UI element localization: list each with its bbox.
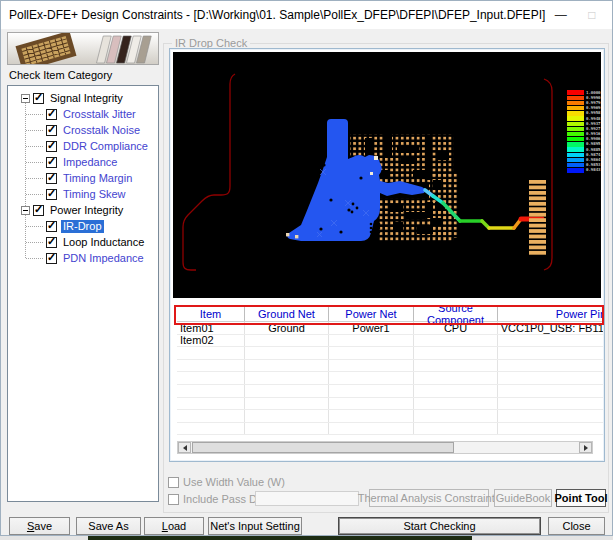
header-cell-ground-net[interactable]: Ground Net xyxy=(245,307,329,321)
color-scale-legend: 1.0000 0.9990 0.9979 xyxy=(567,90,600,173)
tree-collapse-icon[interactable] xyxy=(21,94,30,103)
legend-swatch xyxy=(567,106,584,110)
use-width-checkbox[interactable] xyxy=(168,477,179,488)
tree-item[interactable]: Timing Skew xyxy=(8,186,158,202)
tree-checkbox[interactable] xyxy=(33,205,44,216)
point-tool-button[interactable]: Point Tool xyxy=(556,489,606,507)
header-cell-source-component[interactable]: Source Component xyxy=(414,307,498,321)
tree-checkbox[interactable] xyxy=(46,253,57,264)
scroll-thumb[interactable] xyxy=(192,442,454,453)
legend-swatch xyxy=(567,137,584,141)
legend-value: 0.9958 xyxy=(586,111,600,115)
cell-power-net xyxy=(329,335,414,347)
tree-item-label: DDR Compliance xyxy=(61,140,150,153)
ir-drop-check-group: IR Drop Check xyxy=(163,43,609,513)
table-row[interactable]: Item01 Ground Power1 CPU VCC1P0_USB: FB1… xyxy=(177,322,603,335)
legend-row: 0.9843 xyxy=(567,168,600,173)
banner-image xyxy=(7,32,159,65)
table-row-empty xyxy=(177,423,603,436)
tree-item[interactable]: Crosstalk Jitter xyxy=(8,106,158,122)
tree-item[interactable]: Crosstalk Noise xyxy=(8,122,158,138)
tree-collapse-icon[interactable] xyxy=(21,206,30,215)
check-item-tree: Signal Integrity Crosstalk Jitter Crosst… xyxy=(7,85,159,502)
tree-item[interactable]: Impedance xyxy=(8,154,158,170)
tree-checkbox[interactable] xyxy=(46,221,57,232)
table-row-empty xyxy=(177,347,603,360)
cell-power-pin xyxy=(498,335,603,347)
minimize-button[interactable]: — xyxy=(545,1,576,29)
legend-swatch xyxy=(567,153,584,157)
tree-item[interactable]: PDN Impedance xyxy=(8,250,158,266)
tree-item-label: IR-Drop xyxy=(61,220,104,233)
cell-ground-net: Ground xyxy=(245,322,329,334)
legend-swatch xyxy=(567,147,584,151)
legend-value: 0.9895 xyxy=(586,142,600,146)
thermal-analysis-button[interactable]: Thermal Analysis Constraints xyxy=(369,489,489,507)
legend-swatch xyxy=(567,158,584,162)
tree-checkbox[interactable] xyxy=(46,125,57,136)
tree-item[interactable]: Power Integrity xyxy=(8,202,158,218)
horizontal-scrollbar[interactable] xyxy=(177,441,593,454)
tree-item-label: Timing Margin xyxy=(61,172,134,185)
header-cell-power-pin[interactable]: Power Pin xyxy=(498,307,603,321)
save-as-button[interactable]: Save As xyxy=(76,517,141,535)
tree-item[interactable]: Timing Margin xyxy=(8,170,158,186)
legend-swatch xyxy=(567,122,584,126)
tree-item-label: Crosstalk Jitter xyxy=(61,108,138,121)
tree-item[interactable]: Loop Inductance xyxy=(8,234,158,250)
table-body: Item01 Ground Power1 CPU VCC1P0_USB: FB1… xyxy=(177,322,603,435)
window-controls: — □ ✕ xyxy=(545,1,613,29)
legend-swatch xyxy=(567,101,584,105)
tree-checkbox[interactable] xyxy=(46,109,57,120)
save-button[interactable]: Save xyxy=(9,517,70,535)
tree-checkbox[interactable] xyxy=(46,157,57,168)
close-footer-button[interactable]: Close xyxy=(548,517,605,535)
category-label: Check Item Category xyxy=(9,69,112,81)
scroll-right-icon xyxy=(584,445,591,451)
tree-checkbox[interactable] xyxy=(33,93,44,104)
use-width-label: Use Width Value (W) xyxy=(183,476,285,488)
guidebook-button[interactable]: GuideBook xyxy=(494,489,552,507)
pcb-view[interactable]: 1.0000 0.9990 0.9979 xyxy=(173,52,601,298)
legend-value: 0.9948 xyxy=(586,117,600,121)
legend-swatch xyxy=(567,116,584,120)
table-row[interactable]: Item02 xyxy=(177,335,603,348)
tree-checkbox[interactable] xyxy=(46,173,57,184)
scroll-right-button[interactable] xyxy=(579,442,592,453)
tree-item-label: Crosstalk Noise xyxy=(61,124,142,137)
scroll-left-icon xyxy=(180,445,187,451)
maximize-icon: □ xyxy=(588,8,595,22)
tree-checkbox[interactable] xyxy=(46,189,57,200)
cell-power-pin: VCC1P0_USB: FB113 xyxy=(498,322,603,334)
maximize-button[interactable]: □ xyxy=(576,1,607,29)
results-panel: 1.0000 0.9990 0.9979 xyxy=(169,48,605,462)
nets-input-setting-button[interactable]: Net's Input Setting xyxy=(208,517,302,535)
scroll-track[interactable] xyxy=(454,442,579,453)
legend-value: 1.0000 xyxy=(586,91,600,95)
desktop-strip xyxy=(88,536,472,540)
close-button[interactable]: ✕ xyxy=(607,1,613,29)
pass-data-input[interactable] xyxy=(255,491,359,506)
tree-item[interactable]: Signal Integrity xyxy=(8,90,158,106)
tree-checkbox[interactable] xyxy=(46,141,57,152)
ir-drop-canvas xyxy=(173,52,601,298)
legend-swatch xyxy=(567,127,584,131)
tree-item[interactable]: IR-Drop xyxy=(8,218,158,234)
tree-item[interactable]: DDR Compliance xyxy=(8,138,158,154)
tree-checkbox[interactable] xyxy=(46,237,57,248)
header-cell-power-net[interactable]: Power Net xyxy=(329,307,414,321)
tree-item-label: Timing Skew xyxy=(61,188,128,201)
include-pass-checkbox[interactable] xyxy=(168,494,179,505)
table-row-empty xyxy=(177,372,603,385)
legend-value: 0.9843 xyxy=(586,168,600,172)
tree-item-label: Signal Integrity xyxy=(48,92,125,105)
tree-item-label: Loop Inductance xyxy=(61,236,146,249)
app-window: PollEx-DFE+ Design Constraints - [D:\Wor… xyxy=(0,0,613,536)
minimize-icon: — xyxy=(555,8,567,22)
cell-power-net: Power1 xyxy=(329,322,414,334)
table-row-empty xyxy=(177,360,603,373)
start-checking-button[interactable]: Start Checking xyxy=(338,517,541,535)
scroll-left-button[interactable] xyxy=(178,442,191,453)
load-button[interactable]: Load xyxy=(144,517,204,535)
header-cell-item[interactable]: Item xyxy=(177,307,245,321)
